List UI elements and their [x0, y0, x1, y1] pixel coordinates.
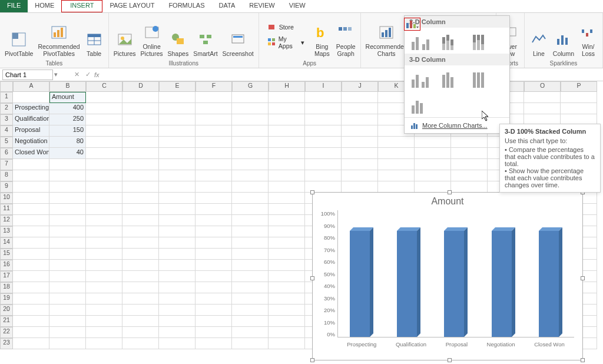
online-pictures-button[interactable]: Online Pictures: [138, 22, 165, 59]
cell-C11[interactable]: [86, 204, 122, 215]
cell-C9[interactable]: [86, 181, 122, 193]
cell-D10[interactable]: [122, 193, 159, 204]
sparkline-line-button[interactable]: Line: [527, 29, 551, 59]
cell-F9[interactable]: [196, 181, 232, 193]
stacked-column-2d[interactable]: [442, 32, 465, 50]
cell-C16[interactable]: [86, 260, 122, 271]
cell-F10[interactable]: [196, 193, 232, 204]
cell-I1[interactable]: [305, 92, 342, 103]
cell-D5[interactable]: [122, 137, 159, 148]
cell-A17[interactable]: [13, 271, 49, 282]
cell-E19[interactable]: [159, 293, 196, 305]
cell-I3[interactable]: [305, 114, 342, 125]
cell-C2[interactable]: [86, 103, 122, 114]
cell-G8[interactable]: [232, 170, 269, 181]
cell-G22[interactable]: [232, 327, 269, 338]
tab-data[interactable]: DATA: [212, 0, 243, 12]
insert-column-chart-button[interactable]: [404, 18, 420, 31]
cell-E14[interactable]: [159, 237, 196, 249]
cell-A18[interactable]: [13, 282, 49, 293]
col-header-O[interactable]: O: [524, 81, 561, 92]
formula-input[interactable]: [102, 70, 603, 80]
cell-G14[interactable]: [232, 237, 269, 249]
cell-H11[interactable]: [269, 204, 305, 215]
cell-A9[interactable]: [13, 181, 49, 193]
row-header-19[interactable]: 19: [0, 293, 13, 305]
row-header-10[interactable]: 10: [0, 193, 13, 204]
tab-file[interactable]: FILE: [0, 0, 28, 12]
100pct-stacked-column-3d[interactable]: [473, 70, 495, 88]
cell-E5[interactable]: [159, 137, 196, 148]
cell-B19[interactable]: [49, 293, 86, 305]
cell-D8[interactable]: [122, 170, 159, 181]
cell-M7[interactable]: [451, 159, 488, 170]
cell-F7[interactable]: [196, 159, 232, 170]
cell-H15[interactable]: [269, 249, 305, 260]
tab-formulas[interactable]: FORMULAS: [161, 0, 211, 12]
fx-icon[interactable]: fx: [94, 71, 102, 78]
recommended-pivottables-button[interactable]: Recommended PivotTables: [35, 22, 82, 59]
cell-P2[interactable]: [561, 103, 597, 114]
cell-A20[interactable]: [13, 305, 49, 316]
cell-J8[interactable]: [342, 170, 378, 181]
row-header-23[interactable]: 23: [0, 338, 13, 349]
cell-B4[interactable]: 150: [49, 125, 86, 137]
cell-D20[interactable]: [122, 305, 159, 316]
cell-A2[interactable]: Prospecting: [13, 103, 49, 114]
select-all-corner[interactable]: [0, 81, 13, 92]
tab-page-layout[interactable]: PAGE LAYOUT: [102, 0, 161, 12]
cell-B22[interactable]: [49, 327, 86, 338]
cell-B7[interactable]: [49, 159, 86, 170]
cell-J1[interactable]: [342, 92, 378, 103]
cell-F17[interactable]: [196, 271, 232, 282]
cell-F16[interactable]: [196, 260, 232, 271]
row-header-9[interactable]: 9: [0, 181, 13, 193]
cell-D21[interactable]: [122, 316, 159, 327]
cell-A11[interactable]: [13, 204, 49, 215]
cell-C14[interactable]: [86, 237, 122, 249]
cell-F14[interactable]: [196, 237, 232, 249]
row-header-4[interactable]: 4: [0, 125, 13, 137]
cell-G15[interactable]: [232, 249, 269, 260]
cell-K6[interactable]: [378, 148, 415, 159]
cell-A14[interactable]: [13, 237, 49, 249]
cell-H7[interactable]: [269, 159, 305, 170]
row-header-1[interactable]: 1: [0, 92, 13, 103]
cell-F5[interactable]: [196, 137, 232, 148]
bing-maps-button[interactable]: b Bing Maps: [310, 22, 334, 59]
cell-F23[interactable]: [196, 338, 232, 349]
cell-G21[interactable]: [232, 316, 269, 327]
cell-E3[interactable]: [159, 114, 196, 125]
cell-H1[interactable]: [269, 92, 305, 103]
tab-home[interactable]: HOME: [28, 0, 61, 12]
cell-J9[interactable]: [342, 181, 378, 193]
cell-A16[interactable]: [13, 260, 49, 271]
pictures-button[interactable]: Pictures: [111, 29, 138, 59]
cell-C17[interactable]: [86, 271, 122, 282]
cell-A1[interactable]: [13, 92, 49, 103]
cell-C15[interactable]: [86, 249, 122, 260]
cell-M6[interactable]: [451, 148, 488, 159]
cell-E8[interactable]: [159, 170, 196, 181]
cell-D6[interactable]: [122, 148, 159, 159]
cell-E23[interactable]: [159, 338, 196, 349]
col-header-C[interactable]: C: [86, 81, 122, 92]
cell-G17[interactable]: [232, 271, 269, 282]
cell-B15[interactable]: [49, 249, 86, 260]
cell-A5[interactable]: Negotiation: [13, 137, 49, 148]
cell-D18[interactable]: [122, 282, 159, 293]
cell-H2[interactable]: [269, 103, 305, 114]
cell-G16[interactable]: [232, 260, 269, 271]
cell-A8[interactable]: [13, 170, 49, 181]
row-header-3[interactable]: 3: [0, 114, 13, 125]
row-header-15[interactable]: 15: [0, 249, 13, 260]
cell-D17[interactable]: [122, 271, 159, 282]
sparkline-column-button[interactable]: Column: [551, 29, 577, 59]
cell-D15[interactable]: [122, 249, 159, 260]
row-header-6[interactable]: 6: [0, 148, 13, 159]
cell-D16[interactable]: [122, 260, 159, 271]
cell-H8[interactable]: [269, 170, 305, 181]
cell-E11[interactable]: [159, 204, 196, 215]
cell-G4[interactable]: [232, 125, 269, 137]
col-header-B[interactable]: B: [49, 81, 86, 92]
